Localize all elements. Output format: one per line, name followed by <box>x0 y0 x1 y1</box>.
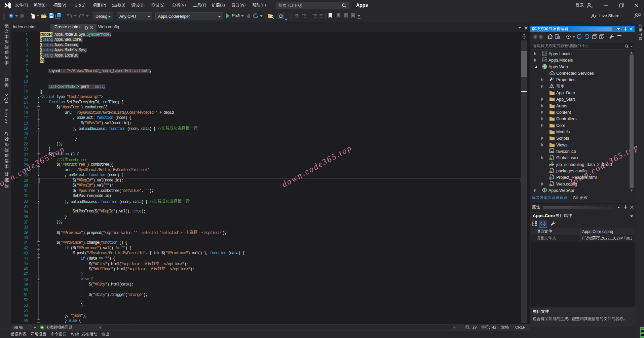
svg-text:C#: C# <box>543 58 546 62</box>
svg-text:C#: C# <box>543 52 546 55</box>
svg-text:Z: Z <box>540 224 542 226</box>
